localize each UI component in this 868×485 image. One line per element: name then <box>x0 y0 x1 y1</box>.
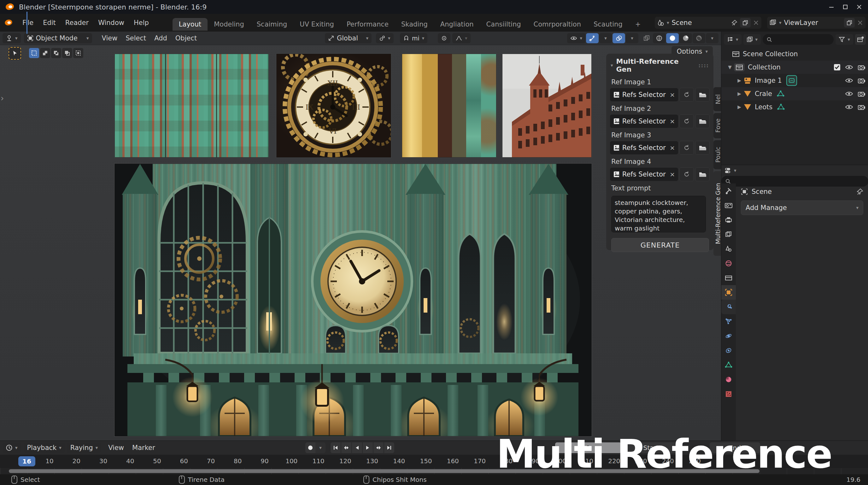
tab-material-icon[interactable] <box>721 372 736 387</box>
play-reverse-button[interactable] <box>352 443 362 453</box>
open-file-button[interactable] <box>695 114 710 128</box>
gizmo-dropdown[interactable]: ▾ <box>599 33 612 43</box>
outliner-display-mode-dropdown[interactable]: ▾ <box>724 34 742 45</box>
eye-icon[interactable] <box>845 104 853 110</box>
workspace-tab-layout[interactable]: Layout <box>173 18 208 31</box>
eye-icon[interactable] <box>845 64 853 70</box>
viewport-menu-view[interactable]: View <box>98 34 122 42</box>
eye-icon[interactable] <box>845 77 853 84</box>
checkbox-checked-icon[interactable] <box>834 64 841 71</box>
visibility-dropdown[interactable]: ▾ <box>567 33 585 43</box>
record-button[interactable] <box>305 443 315 453</box>
tab-world-icon[interactable] <box>721 256 736 270</box>
timeline-menu-marker[interactable]: Marker <box>128 444 159 452</box>
workspace-tab-cansiilting[interactable]: Cansiilting <box>480 18 527 31</box>
unlink-scene-icon[interactable] <box>753 20 759 26</box>
falloff-curve-dropdown[interactable]: ▾ <box>452 33 471 43</box>
outliner-row-leots[interactable]: ▶ Leots <box>721 101 868 114</box>
viewport-menu-add[interactable]: Add <box>150 34 171 42</box>
jump-to-start-button[interactable] <box>331 443 341 453</box>
toolbar-expand-arrow[interactable]: › <box>1 93 4 103</box>
active-tool-tweak-button[interactable] <box>8 47 22 60</box>
shading-dropdown[interactable]: ▾ <box>706 33 718 43</box>
workspace-tab-scauting[interactable]: Scauting <box>587 18 629 31</box>
scene-name[interactable]: Scene <box>672 19 728 27</box>
pin-icon[interactable] <box>856 188 863 195</box>
tab-object-icon[interactable] <box>721 285 736 299</box>
disclosure-closed-icon[interactable]: ▶ <box>735 78 743 83</box>
menu-window[interactable]: Window <box>93 19 129 27</box>
viewlayer-name[interactable]: ViewLayer <box>784 19 841 27</box>
tab-render-icon[interactable] <box>721 198 736 212</box>
outliner-filter-dropdown[interactable]: ▾ <box>836 34 853 45</box>
new-collection-button[interactable] <box>855 34 866 45</box>
jump-to-end-button[interactable] <box>384 443 394 453</box>
ref-image-color-palette[interactable] <box>402 54 496 158</box>
refresh-button[interactable] <box>679 88 694 102</box>
open-file-button[interactable] <box>695 141 710 155</box>
menu-reader[interactable]: Reader <box>61 19 93 27</box>
timeline-editor-type-dropdown[interactable]: ▾ <box>2 443 21 453</box>
outliner-row-crale[interactable]: ▶ Crale <box>721 87 868 101</box>
shading-material-icon[interactable] <box>679 33 692 43</box>
image-data-icon[interactable] <box>786 75 797 86</box>
tab-output-icon[interactable] <box>721 212 736 227</box>
open-file-button[interactable] <box>695 88 710 102</box>
workspace-tab-angliation[interactable]: Angliation <box>434 18 480 31</box>
viewport-menu-object[interactable]: Object <box>171 34 201 42</box>
proportional-editing-toggle[interactable] <box>438 33 451 43</box>
refresh-button[interactable] <box>679 141 694 155</box>
workspace-tab-comrporaltion[interactable]: Comrporaltion <box>527 18 587 31</box>
mesh-data-icon[interactable] <box>777 103 785 111</box>
outliner-filter-type-dropdown[interactable]: ▾ <box>743 34 761 45</box>
ref-image-clock-gears[interactable]: XIIIIIVIIX <box>276 54 391 158</box>
minimize-button[interactable] <box>825 1 838 13</box>
tab-texture-icon[interactable] <box>721 387 736 401</box>
overlays-icon[interactable] <box>613 33 625 43</box>
transform-orientation-dropdown[interactable]: Global▾ <box>325 33 372 43</box>
camera-icon[interactable] <box>858 104 866 110</box>
outliner-row-scene-collection[interactable]: Scene Collection <box>721 47 868 61</box>
gizmo-toggle-group[interactable]: ▾ <box>586 33 612 43</box>
snap-magnet-dropdown[interactable]: mi▾ <box>400 33 427 43</box>
select-mode-extend-button[interactable] <box>40 48 50 58</box>
tab-constraints-icon[interactable] <box>721 343 736 358</box>
overlays-toggle-group[interactable]: ▾ <box>613 33 639 43</box>
viewport-menu-select[interactable]: Select <box>121 34 150 42</box>
tab-particles-icon[interactable] <box>721 314 736 329</box>
menu-help[interactable]: Help <box>129 19 154 27</box>
generate-button[interactable]: GENERATE <box>611 238 709 252</box>
sidebar-tab-poulc[interactable]: Poulc <box>713 140 721 169</box>
text-prompt-input[interactable]: steampunk clocktower, copper patina, gea… <box>611 196 706 232</box>
remove-viewlayer-icon[interactable] <box>857 20 863 26</box>
ref-image-2-field[interactable]: Refs Selector File × <box>610 115 678 128</box>
sidebar-tab-multi-reference-gen[interactable]: Multi-Reference Gen <box>713 171 721 256</box>
viewlayer-selector[interactable]: ▾ ViewLayer <box>767 17 866 29</box>
xray-toggle[interactable] <box>640 33 653 43</box>
select-mode-invert-button[interactable] <box>62 48 72 58</box>
ref-image-victorian-brick-building[interactable] <box>502 54 592 158</box>
properties-editor-type-dropdown[interactable]: ▾ <box>721 165 868 176</box>
duplicate-viewlayer-icon[interactable] <box>844 18 855 27</box>
workspace-tab-performance[interactable]: Performance <box>340 18 395 31</box>
outliner-search-input[interactable] <box>763 34 834 45</box>
workspace-tab-skading[interactable]: Skading <box>395 18 434 31</box>
outliner-row-collection[interactable]: ▼ Collection <box>721 61 868 74</box>
tab-scene-icon[interactable] <box>721 241 736 256</box>
camera-icon[interactable] <box>858 64 866 70</box>
mode-dropdown[interactable]: Object Mode▾ <box>24 33 92 43</box>
play-button[interactable] <box>363 443 373 453</box>
current-frame-badge[interactable]: 16 <box>18 456 35 466</box>
outliner-row-image-1[interactable]: ▶ Image 1 <box>721 74 868 87</box>
disclosure-closed-icon[interactable]: ▶ <box>735 91 743 96</box>
timeline-menu-view[interactable]: View <box>104 444 128 452</box>
workspace-tab-uv-exiting[interactable]: UV Exiting <box>293 18 340 31</box>
playhead[interactable] <box>27 12 27 34</box>
tab-collection-icon[interactable] <box>721 270 736 285</box>
editor-type-dropdown[interactable]: ▾ <box>2 33 21 43</box>
ref-image-copper-patina-texture[interactable] <box>115 54 269 158</box>
close-button[interactable] <box>852 1 866 13</box>
refresh-button[interactable] <box>679 114 694 128</box>
sidebar-tab-fove[interactable]: Fove <box>713 113 721 138</box>
select-mode-intersect-button[interactable] <box>73 48 83 58</box>
